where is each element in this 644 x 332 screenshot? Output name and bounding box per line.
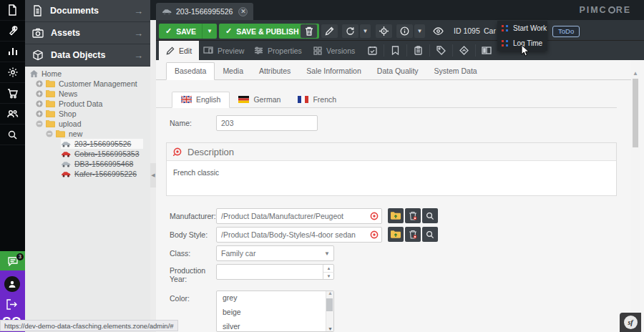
spinner-arrows[interactable]: ▲▼ — [323, 265, 334, 279]
tab-versions[interactable]: Versions — [306, 41, 362, 60]
body-style-remove-button[interactable] — [405, 227, 421, 242]
manufacturer-input[interactable] — [216, 208, 382, 224]
tree-node-cobra[interactable]: Cobra-1566995353 — [25, 149, 150, 159]
tree-node-news[interactable]: News — [25, 89, 150, 99]
rename-button[interactable] — [321, 24, 338, 38]
tab-basedata[interactable]: Basedata — [166, 62, 215, 80]
users-icon[interactable] — [0, 104, 25, 125]
ecommerce-cart-icon[interactable] — [0, 83, 25, 104]
panel-data-objects[interactable]: Data Objects → — [25, 44, 150, 67]
logout-button[interactable] — [6, 299, 18, 313]
info-dropdown-caret[interactable]: ▼ — [414, 24, 425, 38]
tab-data-quality[interactable]: Data Quality — [369, 63, 426, 79]
tab-sale-information[interactable]: Sale Information — [298, 63, 369, 79]
body-style-input[interactable] — [216, 227, 382, 243]
clipboard-icon — [414, 46, 422, 55]
expand-plus-icon[interactable] — [36, 100, 43, 107]
notifications-chat-button[interactable]: 3 — [0, 251, 25, 270]
panel-splitter[interactable]: ◀ — [150, 20, 156, 332]
settings-icon[interactable] — [0, 62, 25, 83]
tree-node-203[interactable]: 203-1566995526 — [25, 139, 143, 149]
car-grey-icon — [162, 9, 172, 15]
class-select[interactable]: Family car ▼ — [216, 245, 334, 261]
tools-icon[interactable] — [0, 21, 25, 42]
check-icon: ✓ — [225, 26, 232, 36]
tab-lang-english[interactable]: English — [172, 92, 230, 108]
tree-node-upload[interactable]: upload — [25, 119, 150, 129]
tree-node-customer-management[interactable]: Customer Management — [25, 79, 150, 89]
collapse-panel-handle[interactable]: ◀ — [150, 163, 156, 187]
manufacturer-search-button[interactable] — [422, 208, 438, 223]
tree-node-product-data[interactable]: Product Data — [25, 99, 150, 109]
manufacturer-row: Manufacturer: — [156, 208, 635, 224]
manufacturer-upload-button[interactable] — [388, 208, 404, 223]
name-row: Name: — [156, 115, 635, 131]
locate-in-tree-button[interactable] — [376, 24, 392, 38]
description-value[interactable]: French classic — [167, 161, 616, 195]
workflow-transition-icon — [502, 40, 509, 47]
delete-button[interactable] — [301, 24, 317, 38]
content-scrollbar[interactable]: ▲ — [631, 60, 640, 332]
split-view-button[interactable] — [478, 44, 495, 57]
color-option-grey[interactable]: grey — [217, 291, 333, 306]
expand-plus-icon[interactable] — [36, 90, 43, 97]
tab-media[interactable]: Media — [215, 63, 251, 79]
object-edit-panel: Basedata Media Attributes Sale Informati… — [156, 60, 635, 332]
tags-button[interactable] — [432, 44, 449, 57]
color-list-scrollbar[interactable]: ▲ ▼ — [326, 291, 333, 331]
tree-node-home[interactable]: Home — [25, 69, 150, 79]
collapse-minus-icon[interactable] — [46, 130, 53, 137]
tab-attributes[interactable]: Attributes — [251, 63, 298, 79]
menu-item-start-work[interactable]: Start Work — [497, 21, 547, 36]
person-icon — [8, 280, 16, 288]
tree-node-label: Shop — [59, 109, 77, 118]
scroll-up-icon[interactable]: ▲ — [633, 70, 638, 77]
tree-node-kafer[interactable]: Kafer-1566995226 — [25, 169, 150, 179]
reload-dropdown-caret[interactable]: ▼ — [360, 24, 371, 38]
collapse-minus-icon[interactable] — [36, 120, 43, 127]
tab-properties[interactable]: Properties — [247, 41, 309, 60]
schedule-button[interactable] — [364, 44, 381, 57]
workflow-button[interactable] — [455, 44, 472, 57]
reports-icon[interactable] — [0, 42, 25, 62]
save-button[interactable]: ✓ SAVE ▼ — [159, 24, 217, 39]
tree-node-new[interactable]: new — [25, 129, 150, 139]
open-object-tab[interactable]: 203-1566995526 ✕ — [156, 3, 253, 20]
tab-lang-german[interactable]: German — [230, 92, 289, 107]
tab-lang-french[interactable]: French — [289, 92, 345, 107]
save-dropdown-caret[interactable]: ▼ — [202, 24, 217, 39]
panel-documents[interactable]: Documents → — [25, 0, 150, 22]
expand-plus-icon[interactable] — [36, 80, 43, 87]
tree-node-db3[interactable]: DB3-1566995468 — [25, 159, 150, 169]
arrow-right-icon: → — [134, 50, 143, 61]
workflow-transition-icon — [502, 25, 509, 32]
name-input[interactable] — [216, 115, 318, 131]
user-avatar[interactable] — [4, 276, 20, 292]
tab-edit[interactable]: Edit — [159, 41, 199, 60]
tab-system-data[interactable]: System Data — [426, 63, 485, 79]
tree-node-shop[interactable]: Shop — [25, 109, 150, 119]
reload-button[interactable] — [342, 24, 358, 38]
notes-button[interactable] — [386, 44, 404, 57]
body-style-upload-button[interactable] — [388, 227, 404, 242]
body-style-search-button[interactable] — [422, 227, 438, 242]
color-option-beige[interactable]: beige — [217, 306, 333, 320]
tab-preview[interactable]: Preview — [196, 41, 251, 60]
documents-icon[interactable] — [0, 0, 25, 21]
panel-assets[interactable]: Assets → — [25, 22, 150, 44]
expand-plus-icon[interactable] — [36, 110, 43, 117]
cube-icon — [32, 49, 44, 61]
open-preview-button[interactable] — [430, 24, 447, 38]
close-tab-icon[interactable]: ✕ — [238, 7, 248, 16]
color-option-silver[interactable]: silver — [217, 320, 333, 332]
production-year-spinner[interactable]: ▲▼ — [216, 264, 334, 280]
car-red-icon — [61, 171, 71, 177]
search-icon[interactable] — [0, 125, 25, 145]
events-button[interactable] — [409, 44, 426, 57]
color-multiselect[interactable]: grey beige silver ▲ ▼ — [216, 290, 334, 332]
info-button[interactable] — [396, 24, 413, 38]
home-icon — [30, 70, 38, 77]
symfony-debug-toggle[interactable]: sf — [620, 313, 641, 332]
scrollbar-thumb[interactable] — [633, 79, 638, 147]
manufacturer-remove-button[interactable] — [405, 208, 421, 223]
